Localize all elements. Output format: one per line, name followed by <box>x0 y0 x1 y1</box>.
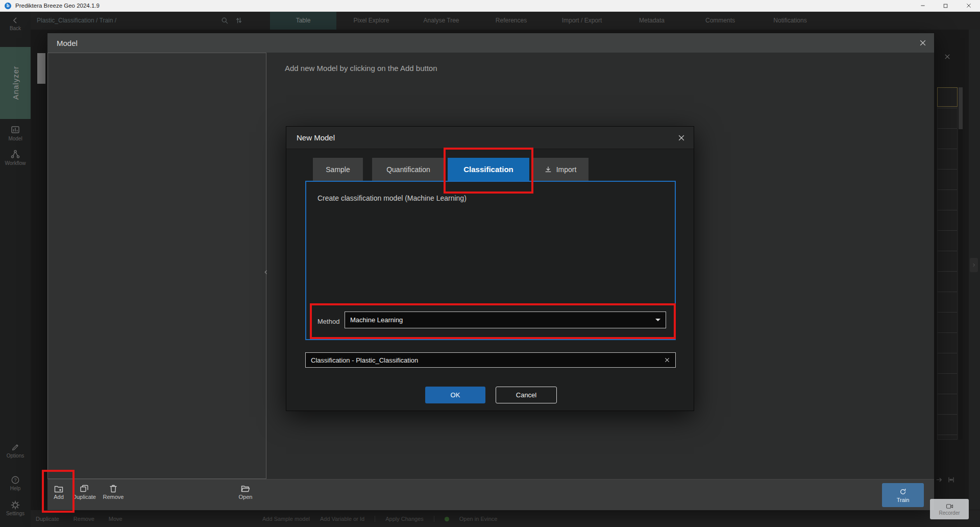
classification-tab-panel: Create classification model (Machine Lea… <box>305 181 676 340</box>
model-dialog-toolbar: Add Duplicate Remove Open <box>47 479 934 510</box>
add-model-button[interactable]: Add <box>46 484 71 500</box>
add-label: Add <box>46 494 71 500</box>
ok-button[interactable]: OK <box>425 387 485 403</box>
model-name-input[interactable] <box>306 356 664 364</box>
model-empty-message: Add new Model by clicking on the Add but… <box>285 64 437 73</box>
tab-classification[interactable]: Classification <box>448 158 529 181</box>
folder-open-icon <box>231 484 260 494</box>
new-model-dialog-title: New Model <box>297 133 335 142</box>
remove-model-button[interactable]: Remove <box>99 484 128 500</box>
chevron-down-icon <box>655 319 660 324</box>
classification-description: Create classification model (Machine Lea… <box>317 194 467 202</box>
recorder-button[interactable]: Recorder <box>930 499 969 519</box>
open-model-button[interactable]: Open <box>231 484 260 500</box>
new-model-tab-bar: Sample Quantification Classification Imp… <box>313 158 589 181</box>
app-title: Prediktera Breeze Geo 2024.1.9 <box>15 3 100 9</box>
model-name-field <box>305 352 676 368</box>
model-dialog-close-icon[interactable] <box>919 39 927 47</box>
method-label: Method <box>317 318 339 325</box>
remove-label: Remove <box>99 494 128 500</box>
duplicate-model-button[interactable]: Duplicate <box>70 484 99 500</box>
train-button[interactable]: Train <box>882 483 924 507</box>
tab-import[interactable]: Import <box>532 158 589 181</box>
close-window-button[interactable] <box>957 0 980 11</box>
new-model-dialog-close-icon[interactable] <box>677 134 685 142</box>
duplicate-label: Duplicate <box>70 494 99 500</box>
open-label: Open <box>231 494 260 500</box>
cancel-button[interactable]: Cancel <box>496 387 557 403</box>
model-list-panel[interactable] <box>47 53 266 479</box>
folder-plus-icon <box>46 484 71 494</box>
method-select[interactable]: Machine Learning <box>345 312 666 328</box>
train-label: Train <box>897 497 910 503</box>
model-dialog-title: Model <box>57 39 78 47</box>
download-icon <box>544 165 552 174</box>
tab-sample[interactable]: Sample <box>313 158 363 181</box>
trash-icon <box>99 484 128 494</box>
app-window: b Prediktera Breeze Geo 2024.1.9 Plastic… <box>0 0 980 527</box>
method-selected-value: Machine Learning <box>350 316 403 324</box>
app-logo-icon: b <box>5 3 11 9</box>
new-model-dialog: New Model Sample Quantification Classifi… <box>286 126 694 411</box>
title-bar: b Prediktera Breeze Geo 2024.1.9 <box>0 0 980 12</box>
duplicate-folders-icon <box>70 484 99 494</box>
recorder-label: Recorder <box>939 510 960 516</box>
minimize-button[interactable] <box>911 0 934 11</box>
collapse-panel-chevron-icon[interactable] <box>263 269 269 275</box>
clear-name-icon[interactable] <box>664 357 670 363</box>
tab-quantification[interactable]: Quantification <box>372 158 445 181</box>
video-camera-icon <box>946 503 953 510</box>
refresh-icon <box>899 488 907 496</box>
model-dialog-header: Model <box>47 33 934 53</box>
import-label: Import <box>556 165 577 174</box>
maximize-button[interactable] <box>934 0 957 11</box>
new-model-dialog-header: New Model <box>286 127 694 149</box>
